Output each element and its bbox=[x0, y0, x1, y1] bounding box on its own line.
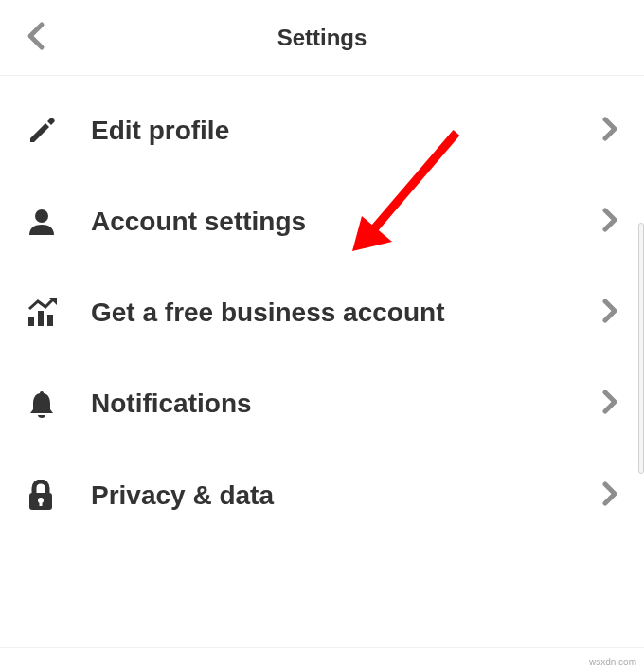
person-icon bbox=[27, 207, 64, 237]
svg-rect-2 bbox=[38, 311, 44, 326]
header: Settings bbox=[0, 0, 644, 76]
menu-item-account-settings[interactable]: Account settings bbox=[0, 176, 644, 267]
svg-rect-3 bbox=[47, 315, 53, 326]
menu-item-label: Get a free business account bbox=[91, 298, 602, 328]
divider bbox=[0, 647, 644, 648]
menu-item-edit-profile[interactable]: Edit profile bbox=[0, 85, 644, 176]
chevron-left-icon bbox=[27, 21, 45, 51]
svg-rect-1 bbox=[28, 317, 34, 326]
back-button[interactable] bbox=[19, 13, 53, 63]
settings-menu: Edit profile Account settings Get bbox=[0, 76, 644, 542]
chart-up-icon bbox=[27, 298, 64, 328]
scroll-indicator[interactable] bbox=[638, 223, 644, 474]
menu-item-business-account[interactable]: Get a free business account bbox=[0, 267, 644, 358]
menu-item-label: Privacy & data bbox=[91, 481, 602, 511]
pencil-icon bbox=[27, 116, 64, 146]
chevron-right-icon bbox=[602, 117, 617, 145]
menu-item-privacy-data[interactable]: Privacy & data bbox=[0, 449, 644, 542]
chevron-right-icon bbox=[602, 208, 617, 236]
chevron-right-icon bbox=[602, 390, 617, 418]
menu-item-label: Edit profile bbox=[91, 116, 602, 146]
menu-item-label: Account settings bbox=[91, 207, 602, 237]
menu-item-notifications[interactable]: Notifications bbox=[0, 358, 644, 449]
lock-icon bbox=[27, 480, 64, 512]
chevron-right-icon bbox=[602, 299, 617, 327]
bell-icon bbox=[27, 389, 64, 419]
chevron-right-icon bbox=[602, 481, 617, 510]
page-title: Settings bbox=[277, 25, 367, 51]
svg-rect-7 bbox=[40, 501, 43, 506]
svg-point-0 bbox=[35, 209, 48, 223]
menu-item-label: Notifications bbox=[91, 389, 602, 419]
watermark: wsxdn.com bbox=[589, 657, 636, 667]
